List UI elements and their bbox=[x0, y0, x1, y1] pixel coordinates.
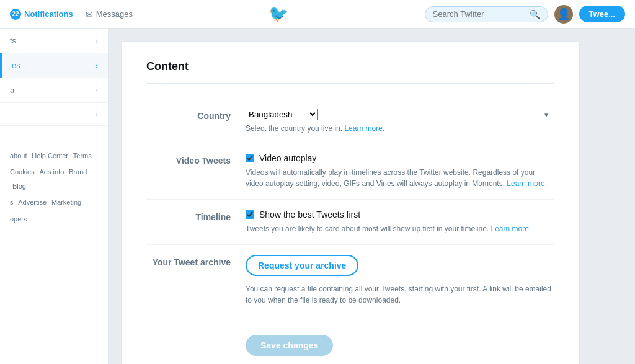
footer-link-about[interactable]: about bbox=[10, 152, 27, 159]
sidebar-item-3-label: a bbox=[10, 86, 14, 95]
footer-line-1: about Help Center Terms bbox=[10, 148, 98, 162]
footer-line-3: s Advertise Marketing bbox=[10, 195, 98, 208]
archive-description: You can request a file containing all yo… bbox=[246, 283, 554, 306]
timeline-row: Timeline Show the best Tweets first Twee… bbox=[146, 200, 554, 245]
envelope-icon: ✉ bbox=[86, 9, 93, 19]
sidebar-item-2-label: es bbox=[12, 61, 20, 70]
sidebar-item-4[interactable]: › bbox=[0, 103, 108, 126]
country-helper-text: Select the country you live in. Learn mo… bbox=[246, 124, 554, 133]
archive-content: Request your archive You can request a f… bbox=[246, 255, 554, 306]
video-learn-more-link[interactable]: Learn more. bbox=[507, 179, 547, 188]
country-learn-more-link[interactable]: Learn more. bbox=[344, 124, 384, 133]
footer-link-help[interactable]: Help Center bbox=[32, 152, 68, 159]
country-row: Country Bangladesh United States United … bbox=[146, 99, 554, 143]
footer-link-blog[interactable]: Blog bbox=[12, 182, 26, 190]
content-card: Content Country Bangladesh United States… bbox=[121, 41, 580, 364]
notifications-badge: 22 bbox=[10, 9, 21, 20]
timeline-checkbox-label: Show the best Tweets first bbox=[259, 210, 360, 220]
save-button[interactable]: Save changes bbox=[246, 335, 333, 356]
messages-nav-item[interactable]: ✉ Messages bbox=[86, 9, 133, 19]
content-area: Content Country Bangladesh United States… bbox=[109, 29, 635, 364]
footer-line-4: opers bbox=[10, 211, 98, 225]
video-tweets-label: Video Tweets bbox=[146, 153, 246, 189]
video-tweets-row: Video Tweets Video autoplay Videos will … bbox=[146, 143, 554, 200]
country-label: Country bbox=[146, 109, 246, 133]
top-navigation: 22 Notifications ✉ Messages 🐦 🔍 👤 Twee..… bbox=[0, 0, 635, 29]
timeline-checkbox-row: Show the best Tweets first bbox=[246, 210, 554, 220]
search-input[interactable] bbox=[433, 9, 526, 19]
timeline-label: Timeline bbox=[146, 210, 246, 234]
video-tweets-content: Video autoplay Videos will automatically… bbox=[246, 153, 554, 189]
chevron-right-icon-2: › bbox=[95, 62, 98, 69]
footer-link-ads[interactable]: Ads info bbox=[40, 168, 64, 175]
footer-line-2: Cookies Ads info Brand Blog bbox=[10, 164, 98, 192]
main-layout: ts › es › a › › about Help Center Terms … bbox=[0, 29, 635, 364]
archive-row: Your Tweet archive Request your archive … bbox=[146, 245, 554, 316]
sidebar-item-2[interactable]: es › bbox=[0, 53, 108, 78]
footer-link-s[interactable]: s bbox=[10, 198, 14, 206]
search-icon: 🔍 bbox=[530, 9, 540, 19]
notifications-label: Notifications bbox=[24, 9, 73, 19]
save-section: Save changes bbox=[146, 316, 554, 362]
country-select[interactable]: Bangladesh United States United Kingdom … bbox=[246, 109, 318, 120]
sidebar-item-1-label: ts bbox=[10, 36, 16, 45]
timeline-checkbox[interactable] bbox=[246, 210, 254, 219]
messages-label: Messages bbox=[96, 9, 133, 19]
video-autoplay-label: Video autoplay bbox=[259, 153, 316, 163]
search-box[interactable]: 🔍 bbox=[425, 6, 548, 22]
avatar[interactable]: 👤 bbox=[554, 5, 573, 24]
footer-link-brand[interactable]: Brand bbox=[69, 168, 87, 175]
country-select-wrapper[interactable]: Bangladesh United States United Kingdom … bbox=[246, 109, 554, 120]
video-autoplay-checkbox[interactable] bbox=[246, 154, 254, 162]
sidebar-footer: about Help Center Terms Cookies Ads info… bbox=[0, 138, 108, 237]
footer-link-terms[interactable]: Terms bbox=[73, 152, 92, 159]
archive-label: Your Tweet archive bbox=[146, 255, 246, 306]
video-description: Videos will automatically play in timeli… bbox=[246, 167, 554, 189]
timeline-learn-more-link[interactable]: Learn more. bbox=[491, 224, 531, 233]
footer-link-marketing[interactable]: Marketing bbox=[51, 198, 81, 206]
twitter-logo-icon: 🐦 bbox=[269, 4, 288, 24]
footer-link-cookies[interactable]: Cookies bbox=[10, 168, 35, 175]
sidebar: ts › es › a › › about Help Center Terms … bbox=[0, 29, 109, 364]
tweet-button[interactable]: Twee... bbox=[579, 6, 625, 22]
sidebar-item-3[interactable]: a › bbox=[0, 78, 108, 103]
archive-button[interactable]: Request your archive bbox=[246, 255, 358, 276]
video-autoplay-row: Video autoplay bbox=[246, 153, 554, 163]
content-title: Content bbox=[146, 60, 554, 84]
timeline-description: Tweets you are likely to care about most… bbox=[246, 223, 554, 234]
footer-link-opers[interactable]: opers bbox=[10, 215, 27, 223]
timeline-content: Show the best Tweets first Tweets you ar… bbox=[246, 210, 554, 234]
notifications-nav-item[interactable]: 22 Notifications bbox=[10, 9, 73, 20]
chevron-right-icon-4: › bbox=[95, 110, 98, 118]
sidebar-item-1[interactable]: ts › bbox=[0, 29, 108, 53]
chevron-right-icon: › bbox=[95, 37, 98, 45]
country-content: Bangladesh United States United Kingdom … bbox=[246, 109, 554, 133]
chevron-right-icon-3: › bbox=[95, 87, 98, 94]
footer-link-advertise[interactable]: Advertise bbox=[18, 198, 47, 206]
